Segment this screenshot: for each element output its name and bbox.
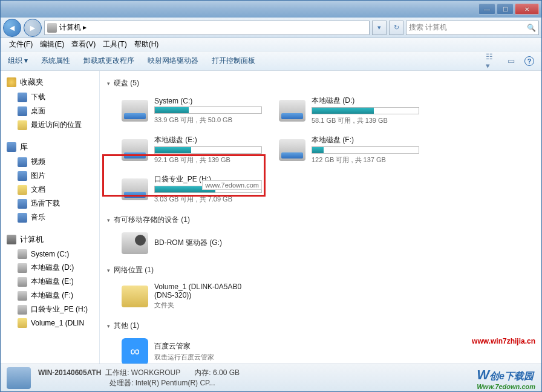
usage-bar [312, 107, 419, 114]
section-removable[interactable]: ▾有可移动存储的设备 (1) [107, 212, 534, 227]
sidebar-item-recent[interactable]: 最近访问的位置 [1, 118, 99, 132]
xunlei-icon [18, 199, 27, 209]
organize-button[interactable]: 组织 ▾ [8, 56, 28, 66]
watermark-win7zhijia: www.win7zhijia.cn [472, 337, 535, 345]
network-location[interactable]: Volume_1 (DLINK-0A5AB0 (DNS-320)) 文件夹 [119, 280, 264, 312]
video-icon [18, 157, 27, 167]
other-row: ∞ 百度云管家 双击运行百度云管家 [107, 333, 534, 364]
collapse-icon: ▾ [107, 217, 110, 223]
main-pane: ▾硬盘 (5) System (C:) 33.9 GB 可用 , 共 50.0 … [100, 71, 541, 364]
folder-icon [122, 286, 148, 307]
drive-h[interactable]: 口袋专业_PE (H:) 3.03 GB 可用 , 共 7.09 GB www.… [119, 172, 264, 206]
refresh-button[interactable]: ↻ [389, 21, 403, 35]
usage-bar [312, 146, 419, 154]
toolbar-right: ☷ ▾ ▭ ? [486, 55, 534, 67]
sidebar-libraries[interactable]: 库 [1, 139, 99, 155]
menu-edit[interactable]: 编辑(E) [36, 38, 68, 51]
address-bar[interactable]: 计算机 ▸ [44, 21, 370, 35]
section-hdd[interactable]: ▾硬盘 (5) [107, 76, 534, 91]
sidebar-item-drive-d[interactable]: 本地磁盘 (D:) [1, 261, 99, 275]
network-row: Volume_1 (DLINK-0A5AB0 (DNS-320)) 文件夹 [107, 278, 534, 318]
sidebar-item-drive-e[interactable]: 本地磁盘 (E:) [1, 275, 99, 289]
hdd-icon [279, 100, 305, 122]
sidebar-item-videos[interactable]: 视频 [1, 155, 99, 169]
breadcrumb[interactable]: 计算机 ▸ [59, 22, 87, 33]
watermark-7edown: W创e下载园 Www.7edown.com [477, 367, 535, 390]
search-input[interactable]: 搜索 计算机 🔍 [406, 21, 539, 35]
forward-button[interactable]: ► [24, 19, 42, 37]
content-area: 收藏夹 下载 桌面 最近访问的位置 库 视频 图片 文档 迅雷下载 音乐 计算机… [1, 71, 541, 364]
network-drive-icon [18, 318, 27, 328]
titlebar: — ☐ ✕ [1, 1, 541, 18]
baidu-cloud-icon: ∞ [122, 338, 148, 364]
navigation-pane: 收藏夹 下载 桌面 最近访问的位置 库 视频 图片 文档 迅雷下载 音乐 计算机… [1, 71, 100, 364]
hdd-icon [122, 178, 148, 200]
baidu-cloud-item[interactable]: ∞ 百度云管家 双击运行百度云管家 [119, 336, 264, 364]
drive-icon [18, 249, 27, 259]
removable-row: BD-ROM 驱动器 (G:) [107, 227, 534, 263]
minimize-button[interactable]: — [478, 4, 495, 15]
view-options-icon[interactable]: ☷ ▾ [486, 55, 498, 67]
help-icon[interactable]: ? [524, 56, 534, 66]
menu-view[interactable]: 查看(V) [68, 38, 99, 51]
collapse-icon: ▾ [107, 80, 110, 87]
collapse-icon: ▾ [107, 267, 110, 273]
open-control-panel-button[interactable]: 打开控制面板 [212, 56, 255, 66]
maximize-button[interactable]: ☐ [497, 4, 514, 15]
menu-file[interactable]: 文件(F) [5, 38, 36, 51]
status-text: WIN-20140605ATH 工作组: WORKGROUP 内存: 6.00 … [38, 368, 240, 388]
recent-icon [18, 120, 27, 130]
sidebar-item-pictures[interactable]: 图片 [1, 169, 99, 183]
menu-help[interactable]: 帮助(H) [131, 38, 163, 51]
picture-icon [18, 171, 27, 181]
desktop-icon [18, 106, 27, 116]
usage-bar [154, 106, 262, 114]
bdrom-icon [122, 232, 148, 254]
watermark-annotation: www.7edown.com [202, 180, 262, 190]
library-icon [7, 142, 16, 152]
dropdown-history-button[interactable]: ▾ [372, 21, 387, 35]
map-network-button[interactable]: 映射网络驱动器 [148, 56, 198, 66]
hdd-icon [279, 139, 305, 161]
sidebar-favorites[interactable]: 收藏夹 [1, 74, 99, 90]
uninstall-button[interactable]: 卸载或更改程序 [83, 56, 134, 66]
details-pane: WIN-20140605ATH 工作组: WORKGROUP 内存: 6.00 … [1, 364, 541, 391]
close-button[interactable]: ✕ [515, 4, 539, 15]
drive-icon [18, 263, 27, 273]
drives-grid: System (C:) 33.9 GB 可用 , 共 50.0 GB 本地磁盘 … [107, 91, 534, 212]
drive-e[interactable]: 本地磁盘 (E:) 92.1 GB 可用 , 共 139 GB [119, 132, 264, 167]
drive-icon [18, 291, 27, 301]
sidebar-item-downloads[interactable]: 下载 [1, 90, 99, 104]
system-properties-button[interactable]: 系统属性 [41, 56, 70, 66]
drive-d[interactable]: 本地磁盘 (D:) 58.1 GB 可用 , 共 139 GB [276, 93, 422, 128]
command-bar: 组织 ▾ 系统属性 卸载或更改程序 映射网络驱动器 打开控制面板 ☷ ▾ ▭ ? [1, 51, 541, 71]
document-icon [18, 185, 27, 195]
drive-c[interactable]: System (C:) 33.9 GB 可用 , 共 50.0 GB [119, 93, 264, 128]
drive-f[interactable]: 本地磁盘 (F:) 122 GB 可用 , 共 137 GB [276, 132, 422, 167]
explorer-window: — ☐ ✕ ◄ ► 计算机 ▸ ▾ ↻ 搜索 计算机 🔍 文件(F) 编辑(E)… [0, 0, 542, 392]
sidebar-item-desktop[interactable]: 桌面 [1, 104, 99, 118]
drive-icon [18, 277, 27, 287]
music-icon [18, 213, 27, 223]
sidebar-item-xunlei[interactable]: 迅雷下载 [1, 197, 99, 211]
navigation-bar: ◄ ► 计算机 ▸ ▾ ↻ 搜索 计算机 🔍 [1, 18, 541, 38]
section-network[interactable]: ▾网络位置 (1) [107, 263, 534, 278]
sidebar-item-music[interactable]: 音乐 [1, 211, 99, 224]
sidebar-item-drive-f[interactable]: 本地磁盘 (F:) [1, 289, 99, 302]
hdd-icon [122, 100, 148, 122]
menu-tools[interactable]: 工具(T) [99, 38, 130, 51]
search-placeholder: 搜索 计算机 [409, 22, 447, 33]
menu-bar: 文件(F) 编辑(E) 查看(V) 工具(T) 帮助(H) [1, 38, 541, 51]
sidebar-item-drive-h[interactable]: 口袋专业_PE (H:) [1, 302, 99, 316]
search-icon[interactable]: 🔍 [527, 24, 536, 32]
collapse-icon: ▾ [107, 323, 110, 329]
sidebar-item-volume1[interactable]: Volume_1 (DLIN [1, 316, 99, 330]
bd-rom-drive[interactable]: BD-ROM 驱动器 (G:) [119, 230, 264, 256]
drive-icon [18, 305, 27, 315]
sidebar-item-drive-c[interactable]: System (C:) [1, 247, 99, 261]
preview-pane-icon[interactable]: ▭ [505, 55, 517, 67]
section-other[interactable]: ▾其他 (1) [107, 318, 534, 333]
back-button[interactable]: ◄ [3, 19, 21, 37]
sidebar-item-documents[interactable]: 文档 [1, 183, 99, 197]
sidebar-computer[interactable]: 计算机 [1, 232, 99, 247]
